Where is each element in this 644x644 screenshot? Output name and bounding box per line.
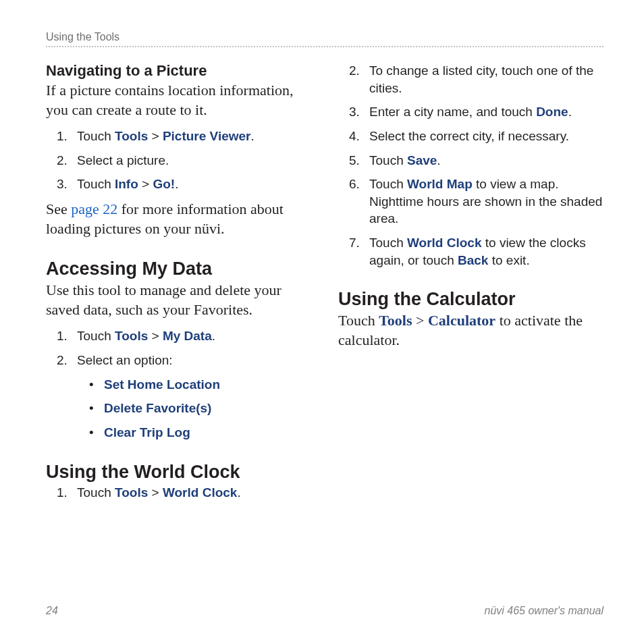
- running-header: Using the Tools: [46, 31, 603, 43]
- right-column: To change a listed city, touch one of th…: [338, 62, 603, 508]
- step-text: Touch: [77, 329, 115, 343]
- step-item: Select an option: Set Home Location Dele…: [46, 352, 311, 441]
- content-columns: Navigating to a Picture If a picture con…: [46, 62, 603, 508]
- step-text: >: [138, 177, 153, 191]
- paragraph: If a picture contains location informati…: [46, 81, 311, 119]
- step-text: Touch: [77, 177, 115, 191]
- ui-world-clock: World Clock: [407, 236, 482, 250]
- subheading-navigating-picture: Navigating to a Picture: [46, 62, 311, 80]
- paragraph: Touch Tools > Calculator to activate the…: [338, 311, 603, 350]
- ui-done: Done: [536, 105, 568, 119]
- step-text: to exit.: [488, 253, 529, 267]
- steps-world-clock-left: Touch Tools > World Clock.: [46, 484, 311, 502]
- ui-go: Go!: [153, 177, 175, 191]
- step-item: Touch Info > Go!.: [46, 176, 311, 193]
- ui-set-home-location: Set Home Location: [104, 377, 220, 392]
- step-item: Select the correct city, if necessary.: [338, 128, 603, 145]
- heading-accessing-my-data: Accessing My Data: [46, 259, 311, 279]
- step-text: >: [148, 329, 163, 343]
- steps-world-clock-right: To change a listed city, touch one of th…: [338, 62, 603, 269]
- ui-tools: Tools: [115, 129, 148, 143]
- step-text: Touch: [77, 129, 115, 143]
- header-divider: [46, 46, 603, 47]
- text: >: [412, 312, 428, 329]
- link-page-22[interactable]: page 22: [71, 200, 117, 217]
- page-number: 24: [46, 605, 58, 617]
- text: See: [46, 200, 71, 217]
- text: Touch: [338, 312, 379, 329]
- paragraph: See page 22 for more information about l…: [46, 200, 311, 238]
- step-item: Touch Tools > Picture Viewer.: [46, 128, 311, 145]
- ui-tools: Tools: [115, 485, 148, 500]
- step-text: Touch: [369, 153, 407, 167]
- step-item: Touch Tools > World Clock.: [46, 484, 311, 502]
- ui-picture-viewer: Picture Viewer: [163, 129, 251, 143]
- ui-save: Save: [407, 153, 437, 167]
- step-text: >: [148, 129, 163, 143]
- step-item: Touch Save.: [338, 152, 603, 169]
- bullet-item: Clear Trip Log: [77, 424, 311, 441]
- step-text: .: [212, 329, 215, 343]
- left-column: Navigating to a Picture If a picture con…: [46, 62, 311, 508]
- ui-tools: Tools: [115, 329, 148, 343]
- step-text: .: [175, 177, 178, 191]
- heading-calculator: Using the Calculator: [338, 289, 603, 310]
- ui-world-map: World Map: [407, 177, 473, 191]
- bullet-item: Set Home Location: [77, 376, 311, 394]
- step-item: Touch World Map to view a map. Nighttime…: [338, 176, 603, 227]
- step-item: Enter a city name, and touch Done.: [338, 103, 603, 121]
- step-text: .: [437, 153, 440, 167]
- step-text: Touch: [77, 485, 115, 500]
- step-text: .: [237, 485, 240, 500]
- step-text: .: [251, 129, 254, 143]
- step-item: Touch Tools > My Data.: [46, 327, 311, 345]
- doc-title: nüvi 465 owner's manual: [485, 605, 604, 617]
- heading-world-clock: Using the World Clock: [46, 462, 311, 483]
- page-footer: 24 nüvi 465 owner's manual: [46, 605, 603, 617]
- step-text: Touch: [369, 177, 407, 191]
- step-text: Touch: [369, 236, 407, 250]
- steps-my-data: Touch Tools > My Data. Select an option:…: [46, 327, 311, 441]
- paragraph: Use this tool to manage and delete your …: [46, 281, 311, 319]
- step-text: .: [568, 105, 572, 119]
- step-text: Enter a city name, and touch: [369, 105, 536, 119]
- ui-info: Info: [115, 177, 138, 191]
- bullet-item: Delete Favorite(s): [77, 400, 311, 417]
- step-text: >: [148, 485, 163, 500]
- bullet-list: Set Home Location Delete Favorite(s) Cle…: [77, 376, 311, 441]
- step-text: Select an option:: [77, 353, 173, 367]
- step-item: To change a listed city, touch one of th…: [338, 62, 603, 97]
- ui-delete-favorites: Delete Favorite(s): [104, 401, 211, 415]
- ui-world-clock: World Clock: [163, 485, 238, 500]
- ui-back: Back: [458, 253, 488, 267]
- ui-tools: Tools: [379, 312, 412, 329]
- ui-clear-trip-log: Clear Trip Log: [104, 425, 190, 439]
- ui-my-data: My Data: [163, 329, 212, 343]
- ui-calculator: Calculator: [428, 312, 495, 329]
- step-item: Select a picture.: [46, 152, 311, 169]
- steps-navigating-picture: Touch Tools > Picture Viewer. Select a p…: [46, 128, 311, 193]
- step-item: Touch World Clock to view the clocks aga…: [338, 234, 603, 269]
